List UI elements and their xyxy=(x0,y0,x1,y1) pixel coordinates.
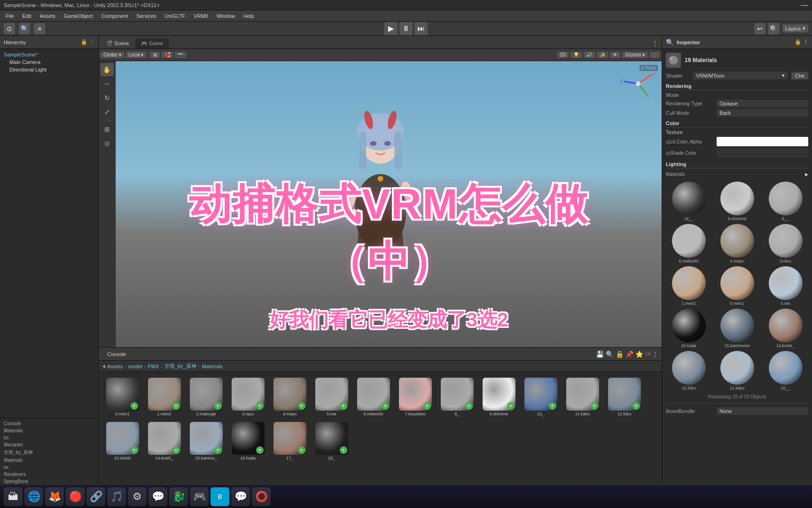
asset-add-btn-6[interactable]: + xyxy=(382,402,389,410)
mat-item-3[interactable]: 6.meboshi xyxy=(666,224,711,263)
scene-center-dropdown[interactable]: Center ▾ xyxy=(101,52,124,58)
scene-viewport[interactable]: ✋ ↔ ↻ ⤢ ⊞ ⊙ xyxy=(99,61,662,347)
breadcrumb-ganyu[interactable]: 甘雨_by_原神 xyxy=(164,363,196,370)
toolbar-icon3[interactable]: ≡ xyxy=(34,23,45,34)
che-button[interactable]: Che xyxy=(791,72,808,79)
close-btn[interactable]: — xyxy=(801,1,808,9)
asset-item-14[interactable]: +14.koshi_ xyxy=(144,420,184,462)
asset-item-15[interactable]: +15.kamino_ xyxy=(186,420,226,462)
menu-item-component[interactable]: Component xyxy=(97,12,132,20)
scene-more-btn[interactable]: ⋮ xyxy=(650,38,660,48)
console-more-icon[interactable]: ⋮ xyxy=(652,351,658,357)
asset-item-3[interactable]: +3.njuu xyxy=(228,376,268,418)
menu-item-edit[interactable]: Edit xyxy=(19,12,35,20)
asset-add-btn-7[interactable]: + xyxy=(423,402,431,410)
tab-game[interactable]: 🎮 Game xyxy=(135,39,169,48)
mat-item-8[interactable]: 5.me xyxy=(763,266,808,306)
asset-add-btn-2[interactable]: + xyxy=(214,402,222,410)
taskbar-icon-game[interactable]: 🎮 xyxy=(190,487,209,506)
menu-item-services[interactable]: Services xyxy=(133,12,160,20)
mat-item-0[interactable]: 18__ xyxy=(666,182,711,221)
asset-add-btn-16[interactable]: + xyxy=(256,446,264,454)
play-button[interactable]: ▶ xyxy=(384,22,398,35)
left-item-ex[interactable]: ex xyxy=(2,464,96,471)
mat-item-6[interactable]: 1.men2 xyxy=(666,266,711,306)
menu-item-window[interactable]: Window xyxy=(213,12,239,20)
console-save-icon[interactable]: 💾 xyxy=(596,350,604,358)
scene-effects-btn[interactable]: ✨ xyxy=(597,52,608,58)
scene-2d-btn[interactable]: 2D xyxy=(557,52,569,58)
tool-transform[interactable]: ⊙ xyxy=(101,137,114,150)
step-button[interactable]: ⏭ xyxy=(414,22,428,35)
asset-add-btn-0[interactable]: + xyxy=(131,402,138,410)
inspector-more[interactable]: ⋮ xyxy=(803,39,808,45)
scene-local-dropdown[interactable]: Local ▾ xyxy=(126,52,147,58)
breadcrumb-pmx[interactable]: PMX xyxy=(148,364,159,369)
menu-item-file[interactable]: File xyxy=(2,12,18,20)
console-tab-console[interactable]: Console xyxy=(102,350,131,358)
hierarchy-lock-icon[interactable]: 🔒 xyxy=(81,39,87,45)
left-item-renderers[interactable]: Renderers xyxy=(2,471,96,478)
scene-gizmos-btn[interactable]: Gizmos ▾ xyxy=(622,52,648,58)
taskbar-icon-music[interactable]: 🎵 xyxy=(107,487,126,506)
asset-add-btn-17[interactable]: + xyxy=(298,446,305,454)
breadcrumb-materials[interactable]: Materials xyxy=(202,364,223,369)
scene-render-btn[interactable]: 📷 xyxy=(175,52,186,58)
asset-item-0[interactable]: +0.men1 xyxy=(102,376,142,418)
asset-item-16[interactable]: +16.hada xyxy=(228,420,268,462)
lit-color-swatch[interactable] xyxy=(717,137,808,146)
taskbar-icon-mountain[interactable]: 🏔 xyxy=(4,487,23,506)
mat-item-5[interactable]: 3.niuu xyxy=(763,224,808,263)
asset-add-btn-1[interactable]: + xyxy=(172,402,180,410)
left-item-springbone[interactable]: SpringBone xyxy=(2,478,96,485)
asset-item-2[interactable]: +2.matsuge xyxy=(186,376,226,418)
scene-audio-btn[interactable]: 🔊 xyxy=(584,52,595,58)
rendering-type-value[interactable]: Opaque xyxy=(717,100,808,107)
left-item-bs[interactable]: bs xyxy=(2,434,96,441)
asset-item-8[interactable]: +8_ xyxy=(437,376,477,418)
console-pin-icon[interactable]: 📌 xyxy=(625,350,633,358)
asset-item-18[interactable]: +18_ xyxy=(312,420,351,462)
tab-scene[interactable]: 🎬 Scene xyxy=(101,39,134,48)
mat-item-9[interactable]: 16.hada xyxy=(666,309,711,348)
asset-add-btn-15[interactable]: + xyxy=(214,446,222,454)
asset-item-5[interactable]: +5.me xyxy=(312,376,351,418)
left-item-ganyuwu[interactable]: 甘雨_by_原神 xyxy=(2,448,96,457)
taskbar-icon-firefox[interactable]: 🦊 xyxy=(45,487,64,506)
asset-item-10[interactable]: +10_ xyxy=(521,376,561,418)
asset-add-btn-18[interactable]: + xyxy=(340,446,347,454)
mat-item-13[interactable]: 11.kaku xyxy=(714,351,760,390)
asset-item-12[interactable]: +12.fuku xyxy=(604,376,644,418)
asset-item-4[interactable]: +4.mayu xyxy=(270,376,310,418)
mat-item-14[interactable]: 10__ xyxy=(763,351,808,390)
taskbar-icon-browser[interactable]: 🌐 xyxy=(24,487,43,506)
shade-color-swatch[interactable] xyxy=(717,148,808,158)
mat-item-2[interactable]: 8__ xyxy=(763,182,808,221)
left-item-materials2[interactable]: Materials xyxy=(2,457,96,464)
mat-expand-btn[interactable]: ▸ xyxy=(805,170,808,178)
breadcrumb-arrow[interactable]: ◂ xyxy=(102,363,105,369)
tool-move[interactable]: ↔ xyxy=(101,77,114,90)
mat-item-10[interactable]: 15.kaminome xyxy=(714,309,760,348)
menu-item-help[interactable]: Help xyxy=(240,12,258,20)
asset-add-btn-4[interactable]: + xyxy=(298,402,305,410)
scene-snap-btn[interactable]: 🧲 xyxy=(162,52,173,58)
asset-add-btn-12[interactable]: + xyxy=(632,402,640,410)
mat-item-7[interactable]: 0.men1 xyxy=(714,266,760,306)
left-item-mecanim[interactable]: Mecanim xyxy=(2,441,96,448)
taskbar-icon-weixin[interactable]: 💬 xyxy=(231,487,250,506)
menu-item-unigltf[interactable]: UniGLTF xyxy=(161,12,189,20)
taskbar-icon-bilibili[interactable]: B xyxy=(211,487,229,506)
taskbar-icon-red[interactable]: 🔴 xyxy=(66,487,85,506)
asset-item-9[interactable]: +9.shirome xyxy=(479,376,519,418)
toolbar-icon1[interactable]: ⊙ xyxy=(4,23,15,34)
inspector-lock[interactable]: 🔒 xyxy=(795,39,801,45)
breadcrumb-assets[interactable]: Assets xyxy=(107,364,123,369)
tool-scale[interactable]: ⤢ xyxy=(101,105,114,119)
asset-add-btn-13[interactable]: + xyxy=(131,446,138,454)
menu-item-assets[interactable]: Assets xyxy=(36,12,59,20)
hierarchy-item-maincamera[interactable]: Main Camera xyxy=(2,58,96,66)
hierarchy-item-directionallight[interactable]: Directional Light xyxy=(2,66,96,73)
asset-add-btn-3[interactable]: + xyxy=(256,402,264,410)
asset-add-btn-10[interactable]: + xyxy=(549,402,556,410)
